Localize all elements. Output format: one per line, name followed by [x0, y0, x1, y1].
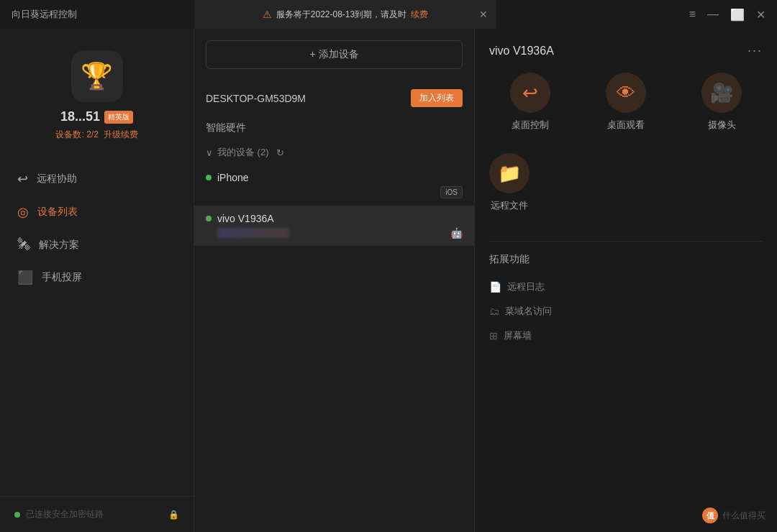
maximize-btn[interactable]: ⬜: [730, 8, 745, 22]
screen-wall-icon: ⊞: [489, 330, 498, 341]
sidebar-label-remote-assist: 远程协助: [37, 173, 77, 185]
elite-badge: 精英版: [104, 111, 133, 124]
user-id-text: 18...51: [60, 109, 100, 124]
notice-warning-icon: ⚠: [263, 9, 272, 20]
remote-file-icon: 📁: [498, 162, 521, 185]
sidebar-label-solutions: 解决方案: [39, 239, 79, 252]
device-name-iphone: iPhone: [217, 172, 249, 183]
watermark-text: 什么值得买: [722, 510, 765, 522]
chevron-icon: ∨: [206, 147, 213, 158]
device-item-row-vivo: vivo V1936A: [206, 213, 463, 224]
sidebar-item-remote-assist[interactable]: ↩ 远程协助: [0, 162, 194, 196]
online-dot: [206, 175, 212, 180]
expand-item-domain-access[interactable]: 🗂 菜域名访问: [489, 299, 763, 324]
lock-icon: 🔒: [168, 510, 179, 520]
device-meta-vivo: 🤖: [206, 227, 463, 239]
sidebar-item-device-list[interactable]: ◎ 设备列表: [0, 196, 194, 229]
my-devices-header: ∨ 我的设备 (2) ↻: [194, 140, 474, 165]
avatar-area: 🏆 18...51 精英版 设备数: 2/2 升级续费: [0, 43, 194, 155]
sidebar-item-screen-mirror[interactable]: ⬛ 手机投屏: [0, 261, 194, 294]
screen-mirror-icon: ⬛: [17, 270, 33, 285]
user-id-row: 18...51 精英版: [60, 109, 133, 124]
desktop-control-label: 桌面控制: [512, 119, 549, 132]
notice-link[interactable]: 续费: [411, 9, 428, 21]
add-device-button[interactable]: + 添加设备: [206, 40, 463, 69]
right-panel-header: vivo V1936A ···: [489, 43, 763, 58]
title-bar: 向日葵远程控制 ⚠ 服务将于2022-08-13到期，请及时 续费 ✕ ≡ — …: [0, 0, 777, 29]
upgrade-link[interactable]: 升级续费: [104, 129, 138, 139]
remote-file-icon-wrap: 📁: [489, 153, 530, 193]
device-item-iphone[interactable]: iPhone iOS: [194, 165, 474, 206]
middle-panel: + 添加设备 DESKTOP-GM53D9M 加入列表 智能硬件 ∨ 我的设备 …: [194, 29, 475, 532]
service-notice: ⚠ 服务将于2022-08-13到期，请及时 续费: [263, 9, 428, 21]
watermark-logo: 值: [702, 508, 718, 523]
notice-bar: ⚠ 服务将于2022-08-13到期，请及时 续费 ✕: [194, 0, 496, 29]
action-camera[interactable]: 🎥 摄像头: [681, 73, 763, 132]
sidebar-label-device-list: 设备列表: [37, 206, 78, 219]
smart-hardware-label: 智能硬件: [194, 116, 474, 140]
desktop-control-icon-wrap: ↩: [510, 73, 550, 113]
expand-item-remote-log[interactable]: 📄 远程日志: [489, 275, 763, 299]
desktop-name: DESKTOP-GM53D9M: [206, 93, 306, 104]
device-id-blur: [217, 228, 289, 238]
main-layout: 🏆 18...51 精英版 设备数: 2/2 升级续费 ↩ 远程协助 ◎ 设备列…: [0, 29, 777, 532]
device-meta-iphone: iOS: [206, 186, 463, 198]
sidebar-footer: 已连接安全加密链路 🔒: [0, 496, 194, 532]
remote-log-icon: 📄: [489, 281, 501, 293]
ios-badge: iOS: [440, 186, 463, 198]
expand-item-screen-wall[interactable]: ⊞ 屏幕墙: [489, 324, 763, 348]
domain-access-icon: 🗂: [489, 306, 499, 317]
my-devices-label: 我的设备 (2): [217, 146, 269, 159]
sidebar-label-screen-mirror: 手机投屏: [42, 271, 82, 284]
online-dot-vivo: [206, 216, 212, 221]
sidebar-item-solutions[interactable]: 🛰 解决方案: [0, 229, 194, 261]
refresh-icon[interactable]: ↻: [276, 147, 284, 158]
divider: [489, 241, 763, 242]
app-name: 向日葵远程控制: [0, 8, 194, 21]
file-action-row: 📁 远程文件: [489, 153, 763, 212]
remote-log-label: 远程日志: [507, 280, 545, 293]
action-remote-file[interactable]: 📁 远程文件: [489, 153, 530, 212]
join-list-button[interactable]: 加入列表: [411, 89, 463, 107]
action-grid: ↩ 桌面控制 👁 桌面观看 🎥 摄像头: [489, 73, 763, 132]
desktop-view-icon: 👁: [617, 82, 635, 104]
camera-icon-wrap: 🎥: [701, 73, 742, 113]
hamburger-menu-btn[interactable]: ≡: [689, 8, 696, 21]
connection-status-dot: [14, 512, 20, 518]
remote-assist-icon: ↩: [17, 171, 28, 187]
connection-status-text: 已连接安全加密链路: [26, 508, 104, 520]
device-list-icon: ◎: [17, 204, 29, 220]
close-btn[interactable]: ✕: [756, 8, 765, 22]
camera-label: 摄像头: [708, 119, 736, 132]
window-controls: ≡ — ⬜ ✕: [496, 8, 777, 22]
device-count: 设备数: 2/2 升级续费: [55, 129, 137, 141]
desktop-item: DESKTOP-GM53D9M 加入列表: [194, 81, 474, 116]
camera-icon: 🎥: [710, 82, 733, 104]
device-name-vivo: vivo V1936A: [217, 213, 274, 224]
avatar: 🏆: [71, 50, 123, 102]
trophy-icon: 🏆: [81, 61, 113, 91]
watermark: 值 什么值得买: [702, 508, 765, 523]
action-desktop-control[interactable]: ↩ 桌面控制: [489, 73, 571, 132]
solutions-icon: 🛰: [17, 237, 30, 252]
sidebar: 🏆 18...51 精英版 设备数: 2/2 升级续费 ↩ 远程协助 ◎ 设备列…: [0, 29, 194, 532]
more-options-btn[interactable]: ···: [748, 43, 763, 58]
screen-wall-label: 屏幕墙: [504, 329, 532, 342]
selected-device-title: vivo V1936A: [489, 45, 554, 58]
remote-file-label: 远程文件: [491, 199, 528, 212]
right-panel: vivo V1936A ··· ↩ 桌面控制 👁 桌面观看 🎥: [475, 29, 777, 532]
android-icon: 🤖: [450, 227, 463, 239]
desktop-control-icon: ↩: [522, 82, 538, 104]
domain-access-label: 菜域名访问: [505, 305, 552, 318]
device-item-vivo[interactable]: vivo V1936A 🤖: [194, 206, 474, 246]
notice-close-btn[interactable]: ✕: [479, 9, 488, 20]
device-item-row: iPhone: [206, 172, 463, 183]
minimize-btn[interactable]: —: [707, 8, 719, 21]
notice-text: 服务将于2022-08-13到期，请及时: [276, 9, 406, 21]
sidebar-nav: ↩ 远程协助 ◎ 设备列表 🛰 解决方案 ⬛ 手机投屏: [0, 155, 194, 496]
expand-section-title: 拓展功能: [489, 253, 763, 266]
desktop-view-icon-wrap: 👁: [606, 73, 646, 113]
desktop-view-label: 桌面观看: [607, 119, 645, 132]
action-desktop-view[interactable]: 👁 桌面观看: [585, 73, 666, 132]
